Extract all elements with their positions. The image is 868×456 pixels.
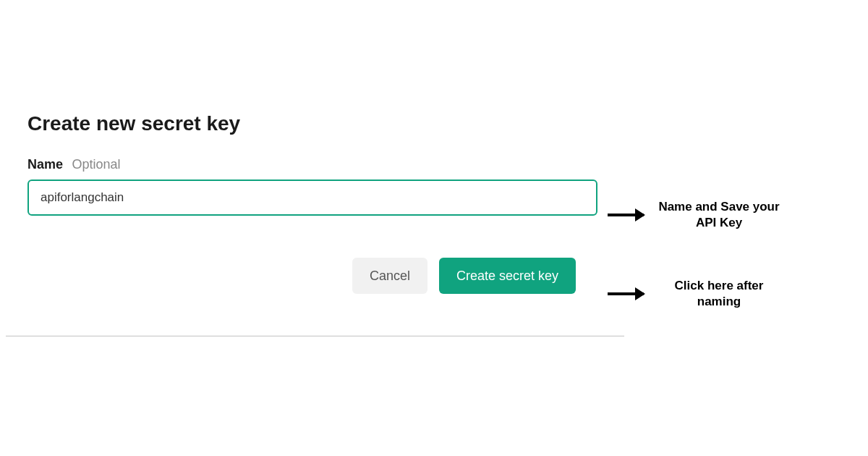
cancel-button[interactable]: Cancel bbox=[352, 258, 427, 294]
annotation-click-after: Click here after naming bbox=[608, 278, 784, 310]
arrow-right-icon bbox=[608, 214, 644, 216]
annotation-text-name-save: Name and Save your API Key bbox=[654, 199, 784, 231]
dialog-button-row: Cancel Create secret key bbox=[27, 258, 603, 294]
arrow-right-icon bbox=[608, 292, 644, 295]
secret-key-name-input[interactable] bbox=[27, 180, 597, 216]
annotation-text-click-after: Click here after naming bbox=[654, 278, 784, 310]
name-label: Name bbox=[27, 157, 63, 172]
name-label-row: Name Optional bbox=[27, 157, 603, 172]
dialog-title: Create new secret key bbox=[27, 112, 603, 135]
annotation-name-save: Name and Save your API Key bbox=[608, 199, 784, 231]
create-secret-key-dialog: Create new secret key Name Optional Canc… bbox=[6, 90, 624, 316]
dialog-shadow-edge bbox=[6, 335, 624, 337]
name-optional-label: Optional bbox=[72, 157, 120, 172]
create-secret-key-button[interactable]: Create secret key bbox=[439, 258, 576, 294]
